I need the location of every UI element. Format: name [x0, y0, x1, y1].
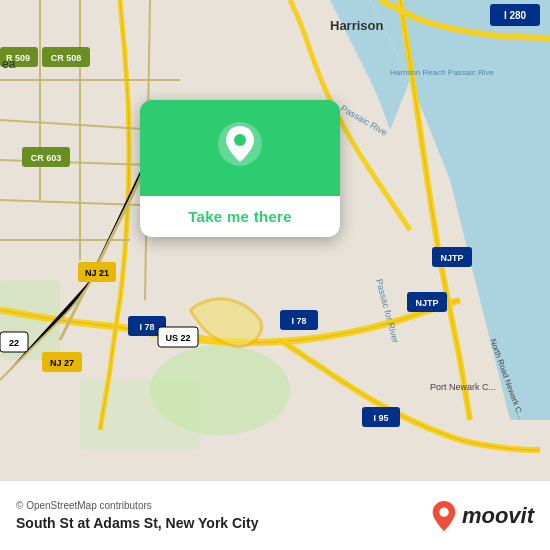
- svg-text:I 78: I 78: [291, 316, 306, 326]
- svg-text:CR 508: CR 508: [51, 53, 82, 63]
- svg-text:Harrison Reach Passaic Rive: Harrison Reach Passaic Rive: [390, 68, 495, 77]
- svg-text:US 22: US 22: [165, 333, 190, 343]
- svg-text:NJTP: NJTP: [415, 298, 438, 308]
- svg-text:NJ 21: NJ 21: [85, 268, 109, 278]
- bottom-left: © OpenStreetMap contributors South St at…: [16, 500, 258, 531]
- svg-point-47: [439, 507, 448, 516]
- bottom-bar: © OpenStreetMap contributors South St at…: [0, 480, 550, 550]
- svg-rect-3: [80, 380, 200, 450]
- moovit-pin-icon: [430, 499, 458, 533]
- svg-text:NJ 27: NJ 27: [50, 358, 74, 368]
- svg-text:I 280: I 280: [504, 10, 527, 21]
- attribution-text: © OpenStreetMap contributors: [16, 500, 258, 511]
- svg-text:NJTP: NJTP: [440, 253, 463, 263]
- moovit-logo: moovit: [430, 499, 534, 533]
- svg-point-46: [234, 134, 246, 146]
- location-text: South St at Adams St, New York City: [16, 515, 258, 531]
- location-pin-icon: [216, 120, 264, 168]
- svg-text:Harrison: Harrison: [330, 18, 384, 33]
- moovit-wordmark: moovit: [462, 503, 534, 529]
- map-svg: I 280 CR 508 CR 603 NJ 21 I 78 I 78 US 2…: [0, 0, 550, 480]
- popup-card: Take me there: [140, 100, 340, 237]
- svg-text:Port Newark C...: Port Newark C...: [430, 382, 496, 392]
- take-me-there-button[interactable]: Take me there: [140, 196, 340, 237]
- svg-text:I 78: I 78: [139, 322, 154, 332]
- svg-text:CR 603: CR 603: [31, 153, 62, 163]
- svg-text:I 95: I 95: [373, 413, 388, 423]
- map-container: I 280 CR 508 CR 603 NJ 21 I 78 I 78 US 2…: [0, 0, 550, 480]
- svg-text:22: 22: [9, 338, 19, 348]
- svg-text:ea: ea: [2, 57, 16, 71]
